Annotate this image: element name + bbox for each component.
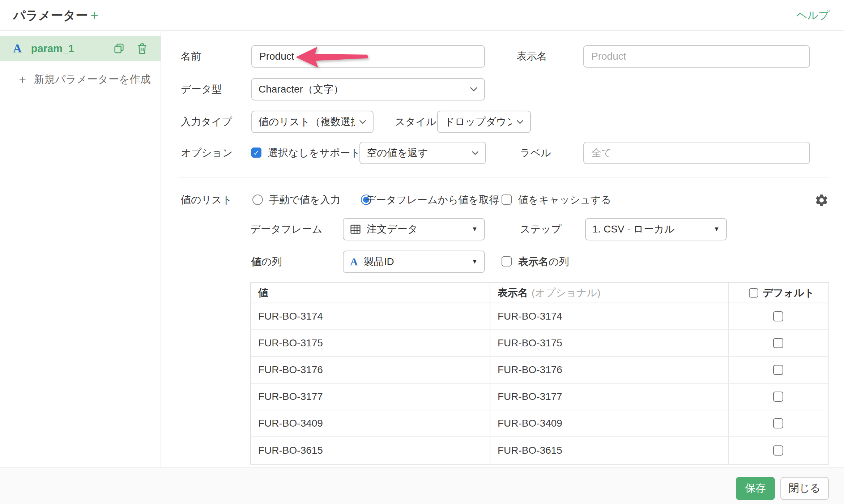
display-name-input[interactable] (583, 45, 810, 68)
caret-down-icon: ▼ (472, 258, 478, 265)
table-row: FUR-BO-3175 FUR-BO-3175 (251, 330, 828, 357)
display-name-cell[interactable]: FUR-BO-3615 (490, 437, 729, 464)
manual-values-label: 手動で値を入力 (269, 189, 340, 211)
dataframe-label: データフレーム (250, 218, 322, 240)
data-type-select[interactable]: Character（文字） (251, 78, 485, 101)
header-default: デフォルト (729, 283, 828, 303)
row-input-type: 入力タイプ 値のリスト（複数選択） スタイル ドロップダウン (0, 111, 844, 133)
value-cell[interactable]: FUR-BO-3175 (251, 330, 490, 356)
from-dataframe-label: データフレームから値を取得 (366, 189, 499, 211)
chevron-down-icon (472, 151, 479, 155)
name-input[interactable] (251, 45, 485, 68)
row-data-type: データ型 Character（文字） (0, 78, 844, 101)
default-cell (729, 357, 828, 383)
display-name-cell[interactable]: FUR-BO-3176 (490, 357, 729, 383)
default-all-checkbox[interactable] (749, 288, 758, 298)
help-link[interactable]: ヘルプ (796, 0, 830, 30)
cache-values-label: 値をキャッシュする (518, 189, 611, 211)
table-row: FUR-BO-3177 FUR-BO-3177 (251, 384, 828, 410)
name-label: 名前 (181, 45, 201, 68)
options-label: オプション (181, 142, 233, 164)
step-select[interactable]: 1. CSV - ローカル ▼ (585, 218, 727, 240)
parameter-dialog: パラメーター ＋ ヘルプ A param_1 (0, 0, 844, 504)
display-name-column-checkbox[interactable] (502, 256, 512, 266)
display-name-cell[interactable]: FUR-BO-3177 (490, 384, 729, 410)
chevron-down-icon (470, 87, 478, 92)
display-name-cell[interactable]: FUR-BO-3174 (490, 303, 729, 329)
default-cell (729, 384, 828, 410)
label-input[interactable] (583, 142, 810, 164)
row-value-list: 値のリスト 手動で値を入力 データフレームから値を取得 値をキャッシュする (0, 189, 844, 211)
value-cell[interactable]: FUR-BO-3409 (251, 410, 490, 436)
row-dataframe: データフレーム 注文データ ▼ ステップ 1. CSV - ローカル ▼ (0, 218, 844, 240)
default-cell (729, 303, 828, 329)
support-no-selection-label: 選択なしをサポート (268, 142, 361, 164)
cache-values-checkbox[interactable] (502, 195, 512, 205)
table-row: FUR-BO-3176 FUR-BO-3176 (251, 357, 828, 384)
value-column-label: 値の列 (251, 251, 282, 273)
row-name: 名前 表示名 (0, 45, 844, 68)
value-cell[interactable]: FUR-BO-3174 (251, 303, 490, 329)
data-type-label: データ型 (181, 78, 222, 101)
close-button[interactable]: 閉じる (780, 477, 829, 500)
default-cell (729, 410, 828, 436)
default-checkbox[interactable] (773, 418, 783, 428)
chevron-down-icon (516, 120, 524, 124)
header-value: 値 (251, 283, 490, 303)
default-checkbox[interactable] (773, 445, 783, 456)
page-title: パラメーター (13, 0, 88, 30)
value-table-header: 値 表示名(オプショナル) デフォルト (251, 283, 828, 303)
value-table-body: FUR-BO-3174 FUR-BO-3174 FUR-BO-3175 FUR-… (251, 303, 828, 464)
value-cell[interactable]: FUR-BO-3176 (251, 357, 490, 383)
input-type-label: 入力タイプ (181, 111, 232, 133)
manual-values-radio[interactable] (252, 195, 263, 205)
character-type-icon: A (350, 256, 358, 268)
row-value-column: 値の列 A 製品ID ▼ 表示名の列 (0, 251, 844, 273)
caret-down-icon: ▼ (472, 226, 478, 233)
value-cell[interactable]: FUR-BO-3177 (251, 384, 490, 410)
section-divider (179, 178, 829, 178)
table-row: FUR-BO-3615 FUR-BO-3615 (251, 437, 828, 464)
display-name-cell[interactable]: FUR-BO-3175 (490, 330, 729, 356)
header-display-name: 表示名(オプショナル) (490, 283, 729, 303)
style-label: スタイル (395, 111, 436, 133)
display-name-cell[interactable]: FUR-BO-3409 (490, 410, 729, 436)
value-cell[interactable]: FUR-BO-3615 (251, 437, 490, 464)
table-row: FUR-BO-3174 FUR-BO-3174 (251, 303, 828, 330)
step-label: ステップ (520, 218, 562, 240)
caret-down-icon: ▼ (713, 226, 720, 233)
save-button[interactable]: 保存 (736, 477, 775, 500)
default-checkbox[interactable] (773, 392, 783, 402)
label-field-label: ラベル (520, 142, 551, 164)
empty-value-select[interactable]: 空の値を返す (359, 142, 486, 164)
add-parameter-icon[interactable]: ＋ (88, 0, 101, 30)
value-column-select[interactable]: A 製品ID ▼ (343, 251, 485, 273)
default-cell (729, 330, 828, 356)
display-name-label: 表示名 (517, 45, 547, 68)
value-list-label: 値のリスト (181, 189, 233, 211)
style-select[interactable]: ドロップダウン (437, 111, 531, 133)
default-checkbox[interactable] (773, 311, 783, 321)
gear-icon[interactable] (814, 193, 829, 208)
input-type-select[interactable]: 値のリスト（複数選択） (251, 111, 374, 133)
display-name-column-label: 表示名の列 (518, 251, 569, 273)
header: パラメーター ＋ ヘルプ (0, 0, 844, 31)
value-list-table: 値 表示名(オプショナル) デフォルト FUR-BO-3174 FUR-BO-3… (250, 282, 829, 465)
default-checkbox[interactable] (773, 338, 783, 348)
support-no-selection-checkbox[interactable]: ✓ (251, 148, 261, 158)
table-row: FUR-BO-3409 FUR-BO-3409 (251, 410, 828, 437)
row-options: オプション ✓ 選択なしをサポート 空の値を返す ラベル (0, 142, 844, 164)
default-cell (729, 437, 828, 464)
chevron-down-icon (359, 120, 366, 124)
footer-bar: 保存 閉じる (0, 467, 844, 504)
table-icon (350, 224, 361, 234)
default-checkbox[interactable] (773, 365, 783, 375)
dataframe-select[interactable]: 注文データ ▼ (343, 218, 485, 240)
